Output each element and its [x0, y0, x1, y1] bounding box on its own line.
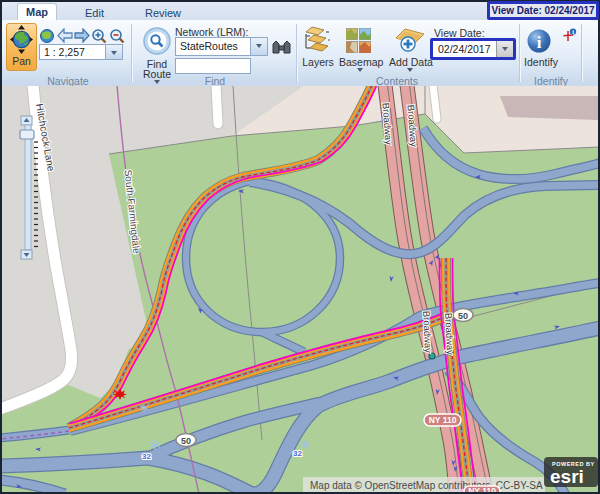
svg-text:NY 110: NY 110: [429, 415, 457, 425]
svg-text:esri: esri: [550, 466, 584, 487]
svg-text:32: 32: [142, 452, 151, 461]
svg-text:50: 50: [458, 311, 468, 321]
svg-text:32: 32: [293, 449, 302, 458]
svg-text:Map data © OpenStreetMap contr: Map data © OpenStreetMap contributors, C…: [310, 480, 543, 491]
svg-text:Broadway: Broadway: [421, 310, 434, 353]
svg-text:50: 50: [181, 436, 191, 446]
svg-text:i: i: [537, 33, 542, 52]
svg-text:NY 110: NY 110: [468, 486, 496, 492]
svg-text:Broadway: Broadway: [443, 312, 456, 355]
